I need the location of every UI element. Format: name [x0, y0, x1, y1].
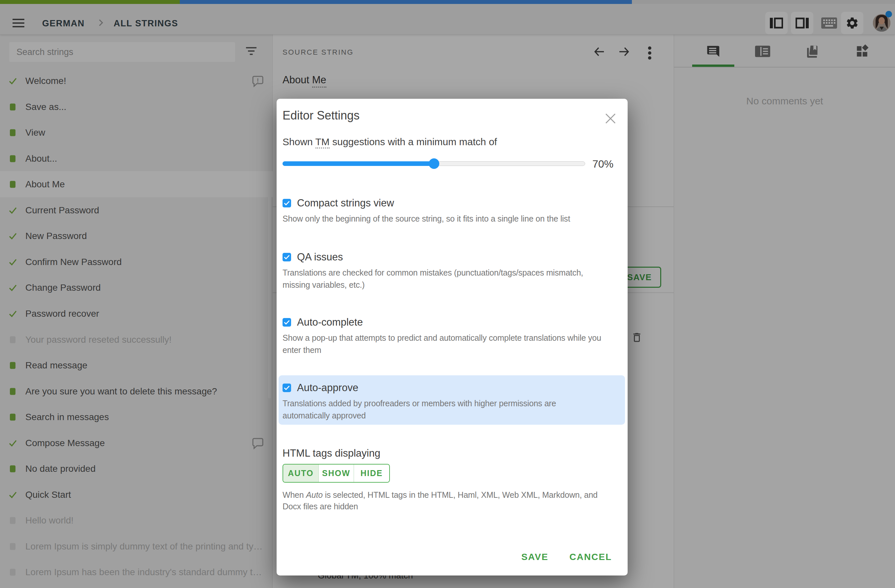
- setting-option: Compact strings viewShow only the beginn…: [282, 197, 618, 225]
- option-label[interactable]: Auto-complete: [297, 317, 363, 328]
- cancel-button[interactable]: CANCEL: [569, 552, 612, 562]
- checkbox-checked[interactable]: [282, 318, 291, 327]
- html-tags-heading: HTML tags displaying: [282, 447, 380, 459]
- html-tags-hide-button[interactable]: HIDE: [354, 465, 389, 482]
- save-button[interactable]: SAVE: [521, 552, 548, 562]
- html-tags-description: When Auto is selected, HTML tags in the …: [282, 489, 599, 512]
- setting-option: Auto-completeShow a pop-up that attempts…: [282, 316, 618, 356]
- slider-value: 70%: [592, 158, 613, 170]
- option-description: Show a pop-up that attempts to predict a…: [282, 332, 618, 356]
- option-description: Translations added by proofreaders or me…: [282, 397, 592, 422]
- option-label[interactable]: Compact strings view: [297, 197, 394, 209]
- option-description: Show only the beginning of the source st…: [282, 213, 618, 225]
- checkbox-checked[interactable]: [282, 199, 291, 208]
- tm-suggestions-label: Shown TM suggestions with a minimum matc…: [282, 136, 497, 147]
- setting-option: QA issuesTranslations are checked for co…: [282, 251, 618, 291]
- close-icon[interactable]: [605, 112, 616, 124]
- setting-option: Auto-approveTranslations added by proofr…: [282, 382, 618, 422]
- option-description: Translations are checked for common mist…: [282, 267, 592, 291]
- html-tags-auto-button[interactable]: AUTO: [283, 465, 319, 482]
- option-label[interactable]: QA issues: [297, 251, 343, 263]
- checkbox-checked[interactable]: [282, 383, 291, 392]
- html-tags-show-button[interactable]: SHOW: [319, 465, 354, 482]
- dialog-title: Editor Settings: [282, 109, 360, 123]
- tm-term[interactable]: TM: [316, 136, 330, 149]
- checkbox-checked[interactable]: [282, 253, 291, 261]
- tm-match-slider[interactable]: [282, 158, 585, 169]
- option-label[interactable]: Auto-approve: [297, 382, 358, 394]
- editor-settings-dialog: Editor Settings Shown TM suggestions wit…: [277, 99, 628, 576]
- html-tags-toggle: AUTO SHOW HIDE: [282, 464, 390, 483]
- slider-thumb[interactable]: [429, 158, 439, 169]
